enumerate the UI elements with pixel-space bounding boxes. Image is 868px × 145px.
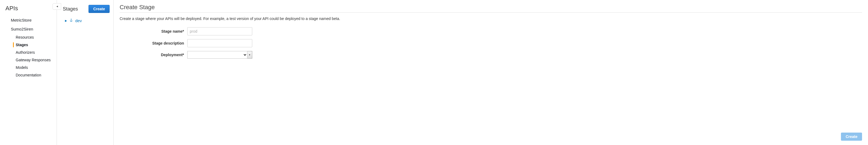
api-item-metricstore[interactable]: MetricStore bbox=[0, 16, 57, 25]
nav-sub-resources[interactable]: Resources bbox=[0, 34, 57, 41]
main-column: Create Stage Create a stage where your A… bbox=[114, 0, 868, 145]
footer-row: Create bbox=[120, 128, 862, 141]
deploy-icon bbox=[69, 19, 73, 23]
create-stage-button-top[interactable]: Create bbox=[89, 5, 110, 13]
nav-sub-gateway-responses[interactable]: Gateway Responses bbox=[0, 56, 57, 64]
stages-title: Stages bbox=[63, 6, 78, 12]
deployment-dropdown-button[interactable]: ▾ bbox=[247, 51, 252, 59]
deployment-label: Deployment* bbox=[120, 53, 187, 57]
stages-column: Stages Create ▶ dev bbox=[57, 0, 114, 145]
stage-description-input[interactable] bbox=[187, 39, 252, 47]
form-row-deployment: Deployment* ▾ bbox=[120, 51, 862, 59]
stage-item-label: dev bbox=[75, 19, 82, 23]
nav-sub-authorizers[interactable]: Authorizers bbox=[0, 48, 57, 56]
form-row-stage-description: Stage description bbox=[120, 39, 862, 47]
title-divider bbox=[120, 12, 862, 13]
stage-item-dev[interactable]: ▶ dev bbox=[57, 16, 114, 25]
nav-sub-documentation[interactable]: Documentation bbox=[0, 71, 57, 79]
stage-name-input[interactable] bbox=[187, 27, 252, 35]
left-nav: APIs MetricStore Sumo2Siren Resources St… bbox=[0, 0, 57, 145]
deployment-select[interactable] bbox=[187, 51, 247, 59]
expand-triangle-icon: ▶ bbox=[65, 19, 67, 22]
form-row-stage-name: Stage name* bbox=[120, 27, 862, 35]
page-description: Create a stage where your APIs will be d… bbox=[120, 16, 862, 21]
create-stage-button-bottom[interactable]: Create bbox=[841, 133, 862, 141]
left-nav-title: APIs bbox=[0, 4, 57, 16]
collapse-nav-button[interactable]: ▲ bbox=[53, 3, 61, 10]
stage-description-label: Stage description bbox=[120, 41, 187, 45]
stage-name-label: Stage name* bbox=[120, 29, 187, 34]
page-title: Create Stage bbox=[120, 4, 862, 12]
nav-sub-stages[interactable]: Stages bbox=[0, 41, 57, 48]
nav-sub-models[interactable]: Models bbox=[0, 64, 57, 71]
chevron-down-icon: ▾ bbox=[249, 53, 250, 56]
api-item-sumo2siren[interactable]: Sumo2Siren bbox=[0, 25, 57, 34]
deployment-select-wrap: ▾ bbox=[187, 51, 252, 59]
stages-header: Stages Create bbox=[57, 4, 114, 16]
